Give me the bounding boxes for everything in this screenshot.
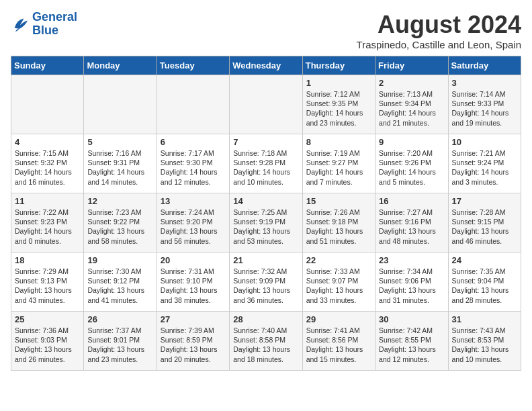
month-year-title: August 2024 — [357, 11, 521, 39]
calendar-cell: 17Sunrise: 7:28 AM Sunset: 9:15 PM Dayli… — [448, 193, 521, 253]
logo-text: General Blue — [32, 11, 77, 38]
day-info: Sunrise: 7:41 AM Sunset: 8:56 PM Dayligh… — [306, 326, 371, 364]
day-header-friday: Friday — [375, 56, 448, 75]
day-info: Sunrise: 7:20 AM Sunset: 9:26 PM Dayligh… — [379, 148, 444, 187]
day-info: Sunrise: 7:33 AM Sunset: 9:07 PM Dayligh… — [306, 267, 371, 305]
calendar-cell — [230, 75, 302, 134]
day-info: Sunrise: 7:27 AM Sunset: 9:16 PM Dayligh… — [379, 208, 444, 246]
day-header-monday: Monday — [84, 56, 157, 75]
day-number: 10 — [452, 137, 517, 147]
day-number: 13 — [161, 196, 226, 206]
day-info: Sunrise: 7:12 AM Sunset: 9:35 PM Dayligh… — [306, 89, 371, 128]
day-number: 4 — [15, 137, 80, 147]
calendar-cell: 15Sunrise: 7:26 AM Sunset: 9:18 PM Dayli… — [302, 193, 375, 253]
calendar-cell: 19Sunrise: 7:30 AM Sunset: 9:12 PM Dayli… — [84, 253, 157, 312]
day-info: Sunrise: 7:19 AM Sunset: 9:27 PM Dayligh… — [306, 148, 371, 187]
calendar-cell: 25Sunrise: 7:36 AM Sunset: 9:03 PM Dayli… — [11, 312, 84, 371]
day-info: Sunrise: 7:24 AM Sunset: 9:20 PM Dayligh… — [161, 208, 226, 246]
calendar-cell: 6Sunrise: 7:17 AM Sunset: 9:30 PM Daylig… — [157, 134, 229, 193]
day-info: Sunrise: 7:34 AM Sunset: 9:06 PM Dayligh… — [379, 267, 444, 305]
calendar-cell: 16Sunrise: 7:27 AM Sunset: 9:16 PM Dayli… — [375, 193, 448, 253]
day-info: Sunrise: 7:42 AM Sunset: 8:55 PM Dayligh… — [379, 326, 444, 364]
day-number: 26 — [87, 314, 152, 324]
day-number: 11 — [15, 196, 80, 206]
calendar-week-row: 4Sunrise: 7:15 AM Sunset: 9:32 PM Daylig… — [11, 134, 521, 193]
day-number: 14 — [233, 196, 298, 206]
day-info: Sunrise: 7:17 AM Sunset: 9:30 PM Dayligh… — [161, 148, 226, 187]
calendar-cell: 11Sunrise: 7:22 AM Sunset: 9:23 PM Dayli… — [11, 193, 84, 253]
day-info: Sunrise: 7:13 AM Sunset: 9:34 PM Dayligh… — [379, 89, 444, 128]
day-number: 22 — [306, 255, 371, 265]
calendar-cell: 5Sunrise: 7:16 AM Sunset: 9:31 PM Daylig… — [84, 134, 157, 193]
calendar-cell: 22Sunrise: 7:33 AM Sunset: 9:07 PM Dayli… — [302, 253, 375, 312]
day-info: Sunrise: 7:43 AM Sunset: 8:53 PM Dayligh… — [452, 326, 517, 364]
calendar-cell — [157, 75, 229, 134]
calendar-cell: 28Sunrise: 7:40 AM Sunset: 8:58 PM Dayli… — [230, 312, 302, 371]
day-info: Sunrise: 7:23 AM Sunset: 9:22 PM Dayligh… — [87, 208, 152, 246]
day-number: 2 — [379, 78, 444, 88]
calendar-cell: 20Sunrise: 7:31 AM Sunset: 9:10 PM Dayli… — [157, 253, 229, 312]
day-number: 16 — [379, 196, 444, 206]
day-info: Sunrise: 7:25 AM Sunset: 9:19 PM Dayligh… — [233, 208, 298, 246]
day-info: Sunrise: 7:29 AM Sunset: 9:13 PM Dayligh… — [15, 267, 80, 305]
day-number: 29 — [306, 314, 371, 324]
day-info: Sunrise: 7:32 AM Sunset: 9:09 PM Dayligh… — [233, 267, 298, 305]
calendar-cell: 14Sunrise: 7:25 AM Sunset: 9:19 PM Dayli… — [230, 193, 302, 253]
calendar-cell: 12Sunrise: 7:23 AM Sunset: 9:22 PM Dayli… — [84, 193, 157, 253]
day-info: Sunrise: 7:30 AM Sunset: 9:12 PM Dayligh… — [87, 267, 152, 305]
day-number: 27 — [161, 314, 226, 324]
calendar-cell: 30Sunrise: 7:42 AM Sunset: 8:55 PM Dayli… — [375, 312, 448, 371]
day-info: Sunrise: 7:15 AM Sunset: 9:32 PM Dayligh… — [15, 148, 80, 187]
calendar-cell — [84, 75, 157, 134]
day-info: Sunrise: 7:18 AM Sunset: 9:28 PM Dayligh… — [233, 148, 298, 187]
logo: General Blue — [11, 11, 77, 38]
day-number: 8 — [306, 137, 371, 147]
day-number: 12 — [87, 196, 152, 206]
calendar-cell: 29Sunrise: 7:41 AM Sunset: 8:56 PM Dayli… — [302, 312, 375, 371]
day-number: 23 — [379, 255, 444, 265]
calendar-cell: 13Sunrise: 7:24 AM Sunset: 9:20 PM Dayli… — [157, 193, 229, 253]
calendar-cell: 27Sunrise: 7:39 AM Sunset: 8:59 PM Dayli… — [157, 312, 229, 371]
calendar-week-row: 18Sunrise: 7:29 AM Sunset: 9:13 PM Dayli… — [11, 253, 521, 312]
day-info: Sunrise: 7:36 AM Sunset: 9:03 PM Dayligh… — [15, 326, 80, 364]
day-number: 5 — [87, 137, 152, 147]
calendar-week-row: 1Sunrise: 7:12 AM Sunset: 9:35 PM Daylig… — [11, 75, 521, 134]
calendar-cell: 23Sunrise: 7:34 AM Sunset: 9:06 PM Dayli… — [375, 253, 448, 312]
day-header-thursday: Thursday — [302, 56, 375, 75]
calendar-cell: 8Sunrise: 7:19 AM Sunset: 9:27 PM Daylig… — [302, 134, 375, 193]
calendar-table: SundayMondayTuesdayWednesdayThursdayFrid… — [11, 56, 521, 371]
day-number: 6 — [161, 137, 226, 147]
day-info: Sunrise: 7:26 AM Sunset: 9:18 PM Dayligh… — [306, 208, 371, 246]
day-info: Sunrise: 7:14 AM Sunset: 9:33 PM Dayligh… — [452, 89, 517, 128]
day-header-saturday: Saturday — [448, 56, 521, 75]
calendar-week-row: 25Sunrise: 7:36 AM Sunset: 9:03 PM Dayli… — [11, 312, 521, 371]
day-number: 19 — [87, 255, 152, 265]
day-number: 30 — [379, 314, 444, 324]
day-number: 18 — [15, 255, 80, 265]
day-number: 20 — [161, 255, 226, 265]
day-number: 28 — [233, 314, 298, 324]
calendar-week-row: 11Sunrise: 7:22 AM Sunset: 9:23 PM Dayli… — [11, 193, 521, 253]
page-header: General Blue August 2024 Traspinedo, Cas… — [11, 11, 521, 50]
day-info: Sunrise: 7:40 AM Sunset: 8:58 PM Dayligh… — [233, 326, 298, 364]
day-number: 25 — [15, 314, 80, 324]
calendar-cell: 7Sunrise: 7:18 AM Sunset: 9:28 PM Daylig… — [230, 134, 302, 193]
logo-icon — [11, 15, 30, 34]
day-number: 15 — [306, 196, 371, 206]
calendar-cell: 1Sunrise: 7:12 AM Sunset: 9:35 PM Daylig… — [302, 75, 375, 134]
location-subtitle: Traspinedo, Castille and Leon, Spain — [357, 39, 521, 50]
title-block: August 2024 Traspinedo, Castille and Leo… — [357, 11, 521, 50]
calendar-cell — [11, 75, 84, 134]
day-info: Sunrise: 7:39 AM Sunset: 8:59 PM Dayligh… — [161, 326, 226, 364]
day-info: Sunrise: 7:21 AM Sunset: 9:24 PM Dayligh… — [452, 148, 517, 187]
calendar-cell: 10Sunrise: 7:21 AM Sunset: 9:24 PM Dayli… — [448, 134, 521, 193]
day-number: 9 — [379, 137, 444, 147]
day-number: 17 — [452, 196, 517, 206]
calendar-cell: 2Sunrise: 7:13 AM Sunset: 9:34 PM Daylig… — [375, 75, 448, 134]
day-number: 3 — [452, 78, 517, 88]
calendar-cell: 9Sunrise: 7:20 AM Sunset: 9:26 PM Daylig… — [375, 134, 448, 193]
calendar-cell: 4Sunrise: 7:15 AM Sunset: 9:32 PM Daylig… — [11, 134, 84, 193]
day-header-wednesday: Wednesday — [230, 56, 302, 75]
day-info: Sunrise: 7:37 AM Sunset: 9:01 PM Dayligh… — [87, 326, 152, 364]
calendar-cell: 18Sunrise: 7:29 AM Sunset: 9:13 PM Dayli… — [11, 253, 84, 312]
